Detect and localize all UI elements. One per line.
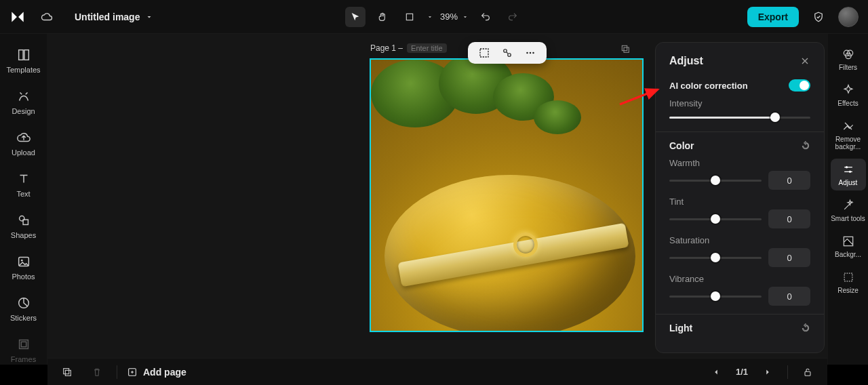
doc-title-text: Untitled image (75, 12, 140, 22)
svg-point-16 (532, 52, 534, 54)
magic-icon[interactable] (500, 46, 514, 60)
rr-item-resize[interactable]: Resize (831, 266, 866, 298)
add-page-label: Add page (143, 367, 186, 378)
duplicate-page-icon[interactable] (620, 43, 631, 54)
left-sidebar: Templates Design Upload Text Shapes Phot… (0, 34, 47, 365)
zoom-display[interactable]: 39% (440, 12, 469, 22)
rr-label: Filters (839, 64, 857, 71)
sidebar-item-label: Stickers (10, 314, 37, 322)
tint-label: Tint (669, 197, 810, 207)
chevron-down-icon (462, 14, 469, 20)
warmth-slider[interactable] (669, 174, 762, 186)
svg-point-14 (526, 52, 528, 54)
svg-point-13 (508, 54, 511, 57)
crop-icon[interactable] (477, 46, 491, 60)
rr-item-smart[interactable]: Smart tools (831, 195, 866, 226)
svg-rect-11 (624, 47, 629, 52)
svg-point-6 (20, 260, 22, 262)
export-button[interactable]: Export (747, 7, 799, 27)
sidebar-item-templates[interactable]: Templates (3, 43, 44, 78)
sidebar-item-shapes[interactable]: Shapes (3, 209, 44, 243)
svg-rect-25 (64, 368, 69, 373)
sidebar-item-design[interactable]: Design (3, 85, 44, 119)
rr-item-filters[interactable]: Filters (831, 43, 866, 75)
svg-rect-8 (19, 340, 28, 349)
ai-color-toggle[interactable] (789, 79, 810, 92)
select-tool-icon[interactable] (345, 7, 366, 27)
sidebar-item-label: Frames (11, 355, 36, 363)
chevron-down-icon[interactable] (427, 14, 433, 20)
undo-icon[interactable] (475, 7, 496, 27)
sidebar-item-label: Templates (6, 66, 40, 74)
rr-item-adjust[interactable]: Adjust (831, 159, 866, 190)
redo-icon (502, 7, 523, 27)
page-number: Page 1 – (370, 43, 403, 53)
svg-rect-9 (21, 342, 26, 346)
vibrance-slider[interactable] (669, 290, 762, 302)
top-bar: Untitled image 39% Export (0, 0, 868, 34)
svg-rect-28 (805, 371, 810, 376)
doc-title[interactable]: Untitled image (75, 12, 153, 22)
rr-item-removebg[interactable]: Remove backgr... (831, 115, 866, 155)
rr-label: Adjust (839, 179, 858, 186)
page-title-input[interactable]: Enter title (407, 43, 446, 53)
add-page-button[interactable]: Add page (127, 367, 186, 378)
warmth-label: Warmth (669, 158, 810, 168)
sidebar-item-upload[interactable]: Upload (3, 126, 44, 161)
sidebar-item-photos[interactable]: Photos (3, 250, 44, 285)
vibrance-value[interactable]: 0 (768, 287, 810, 306)
sidebar-item-stickers[interactable]: Stickers (3, 291, 44, 326)
warmth-value[interactable]: 0 (768, 171, 810, 190)
layers-icon[interactable] (57, 362, 77, 382)
prev-page-icon[interactable] (706, 362, 726, 382)
adjust-title: Adjust (669, 55, 703, 67)
svg-point-12 (504, 49, 507, 53)
pine-branch-decoration (370, 58, 554, 168)
svg-point-15 (530, 52, 532, 54)
floating-toolbar (468, 42, 547, 64)
reset-color-icon[interactable] (801, 141, 810, 150)
cloud-icon[interactable] (37, 7, 57, 27)
tint-value[interactable]: 0 (768, 209, 810, 228)
canvas-image[interactable] (370, 58, 644, 332)
sidebar-item-text[interactable]: Text (3, 167, 44, 202)
bottom-bar: Add page 1/1 (47, 358, 827, 385)
close-icon[interactable] (800, 56, 810, 66)
svg-rect-24 (844, 273, 852, 281)
svg-rect-26 (65, 370, 71, 376)
rr-item-backgr[interactable]: Backgr... (831, 230, 866, 262)
intensity-slider[interactable] (669, 111, 810, 123)
sidebar-item-label: Photos (12, 272, 35, 281)
sidebar-item-label: Shapes (11, 231, 36, 239)
chevron-down-icon (145, 13, 153, 21)
ai-color-label: AI color correction (669, 81, 748, 91)
reset-light-icon[interactable] (801, 323, 810, 333)
avatar[interactable] (838, 7, 859, 27)
sidebar-item-frames[interactable]: Frames (3, 333, 44, 365)
more-icon[interactable] (524, 46, 537, 60)
page-label: Page 1 – Enter title (370, 43, 447, 53)
saturation-slider[interactable] (669, 251, 762, 264)
sidebar-item-label: Upload (12, 148, 35, 157)
adjust-panel: Adjust AI color correction Intensity Col… (655, 42, 825, 353)
app-logo[interactable] (8, 7, 27, 26)
right-sidebar: Filters Effects Remove backgr... Adjust … (827, 34, 868, 365)
trash-icon (87, 362, 107, 382)
sidebar-item-label: Text (16, 190, 30, 198)
sidebar-item-label: Design (12, 107, 35, 115)
light-section-title: Light (669, 323, 692, 333)
svg-point-21 (845, 166, 847, 168)
rr-label: Backgr... (835, 251, 861, 258)
rr-label: Resize (837, 287, 859, 294)
next-page-icon[interactable] (757, 362, 778, 382)
page-counter: 1/1 (736, 367, 748, 377)
hand-tool-icon[interactable] (372, 7, 393, 27)
svg-point-22 (848, 171, 850, 173)
tint-slider[interactable] (669, 213, 762, 225)
crop-tool-icon[interactable] (399, 7, 420, 27)
ribbon-decoration (397, 223, 629, 287)
rr-item-effects[interactable]: Effects (831, 79, 866, 111)
shield-icon[interactable] (808, 7, 829, 27)
saturation-value[interactable]: 0 (768, 248, 810, 267)
lock-icon[interactable] (797, 362, 818, 382)
